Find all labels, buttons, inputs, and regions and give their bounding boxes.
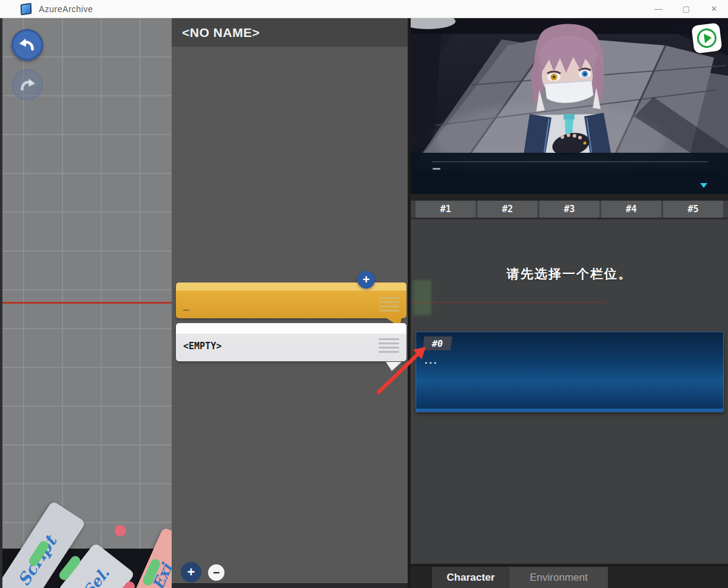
footer-add-button[interactable]: + <box>181 562 201 583</box>
ghost-guide-line <box>411 302 605 303</box>
titlebar: AzureArchive — ▢ ✕ <box>0 0 728 18</box>
empty-card-label: <EMPTY> <box>183 341 221 352</box>
window-controls: — ▢ ✕ <box>644 0 728 18</box>
scene-preview <box>411 18 728 194</box>
node-card-empty[interactable]: <EMPTY> <box>176 323 406 361</box>
undo-button[interactable] <box>12 29 43 61</box>
redo-icon <box>17 75 38 95</box>
tab-character[interactable]: Character <box>432 567 510 588</box>
redo-button[interactable] <box>12 69 43 101</box>
slot-index-badge: #0 <box>423 336 453 350</box>
tab-environment[interactable]: Environment <box>510 567 608 588</box>
minimize-button[interactable]: — <box>644 0 672 18</box>
ghost-highlight <box>413 280 431 315</box>
speech-tail <box>386 362 402 371</box>
divider <box>411 194 728 201</box>
dialogue-slot-block[interactable]: #0 ... <box>416 332 724 412</box>
play-button[interactable] <box>691 22 722 53</box>
slot-tab-1[interactable]: #1 <box>416 201 476 218</box>
footer-remove-button[interactable]: − <box>208 564 224 581</box>
maximize-button[interactable]: ▢ <box>672 0 700 18</box>
bottom-tab-bar: Character Environment <box>411 567 728 588</box>
play-icon <box>696 27 718 49</box>
canvas-panel: Script Sel. Exi <box>0 18 172 588</box>
slot-tab-4[interactable]: #4 <box>601 201 661 218</box>
slot-tab-2[interactable]: #2 <box>477 201 538 218</box>
app-logo-icon <box>21 2 32 15</box>
close-button[interactable]: ✕ <box>700 0 728 18</box>
divider <box>411 218 728 219</box>
undo-icon <box>17 35 38 55</box>
node-list-panel: <NO NAME> + — <EMPTY> + − <box>172 18 411 588</box>
node-list-title: <NO NAME> <box>182 25 260 40</box>
inspector-panel: #1 #2 #3 #4 #5 请先选择一个栏位。 #0 ... Characte… <box>411 18 728 588</box>
footer-strip <box>172 583 408 588</box>
drag-handle-icon[interactable] <box>379 338 399 353</box>
drag-handle-icon[interactable] <box>379 297 399 312</box>
node-list-header: <NO NAME> <box>172 18 408 47</box>
slot-tab-3[interactable]: #3 <box>539 201 599 218</box>
select-slot-hint: 请先选择一个栏位。 <box>411 266 728 282</box>
sticker-tag-label: Sel. <box>80 564 113 588</box>
node-card-dash: — <box>183 307 189 313</box>
slot-ellipsis-text: ... <box>425 355 438 366</box>
red-guide-line <box>2 302 172 304</box>
slot-tab-bar: #1 #2 #3 #4 #5 <box>416 201 723 218</box>
add-node-button[interactable]: + <box>357 271 375 289</box>
red-dot-decor <box>115 525 126 536</box>
slot-tab-5[interactable]: #5 <box>663 201 723 218</box>
scene-preview-image <box>411 18 728 194</box>
app-title: AzureArchive <box>39 4 93 14</box>
slot-block-accent <box>416 409 723 412</box>
node-card-yellow[interactable]: — <box>176 282 406 318</box>
